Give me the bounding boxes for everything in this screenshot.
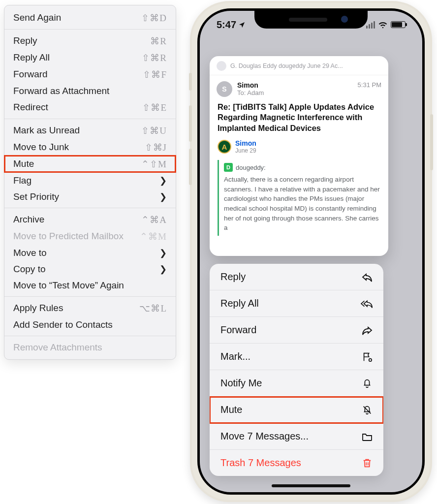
forward-icon bbox=[361, 325, 374, 335]
menu-label: Move to Junk bbox=[13, 142, 69, 153]
author-badge-icon: A bbox=[218, 140, 231, 154]
menu-item-reply[interactable]: Reply ⌘R bbox=[4, 32, 176, 49]
sender-name: Simon bbox=[237, 81, 353, 89]
sheet-item-notify[interactable]: Notify Me bbox=[210, 370, 383, 397]
menu-label: Copy to bbox=[13, 264, 45, 275]
sheet-item-move[interactable]: Move 7 Messages... bbox=[210, 423, 383, 450]
quote-avatar: D bbox=[224, 163, 233, 172]
bell-icon bbox=[361, 378, 374, 389]
iphone-device: 5:47 G. Douglas Eddy dougeddy June 29 Ac… bbox=[190, 1, 432, 502]
menu-item-redirect[interactable]: Redirect ⇧⌘E bbox=[4, 99, 176, 116]
menu-shortcut: ⌘R bbox=[150, 35, 167, 47]
status-time: 5:47 bbox=[217, 19, 236, 31]
menu-item-archive[interactable]: Archive ⌃⌘A bbox=[4, 211, 176, 228]
menu-separator bbox=[4, 296, 176, 297]
menu-item-mute[interactable]: Mute ⌃⇧M bbox=[4, 156, 176, 172]
menu-item-move-to[interactable]: Move to ❯ bbox=[4, 245, 176, 261]
reply-icon bbox=[361, 272, 374, 282]
preview-thread-header: G. Douglas Eddy dougeddy June 29 Ac... bbox=[210, 56, 388, 75]
menu-item-mark-unread[interactable]: Mark as Unread ⇧⌘U bbox=[4, 122, 176, 139]
sheet-label: Trash 7 Messages bbox=[220, 457, 301, 469]
menu-label: Send Again bbox=[13, 12, 61, 23]
menu-label: Apply Rules bbox=[13, 303, 63, 314]
sheet-item-reply-all[interactable]: Reply All bbox=[210, 290, 383, 317]
flag-icon bbox=[361, 351, 374, 362]
sheet-item-mute[interactable]: Mute bbox=[210, 397, 383, 423]
menu-label: Add Sender to Contacts bbox=[13, 319, 113, 330]
to-name: Adam bbox=[247, 89, 264, 96]
menu-shortcut: ⇧⌘U bbox=[141, 125, 167, 136]
menu-label: Flag bbox=[13, 175, 31, 186]
menu-separator bbox=[4, 208, 176, 208]
menu-item-add-contacts[interactable]: Add Sender to Contacts bbox=[4, 316, 176, 333]
menu-shortcut: ⌥⌘L bbox=[139, 303, 167, 314]
menu-shortcut: ⌃⇧M bbox=[141, 158, 167, 170]
sheet-label: Reply bbox=[220, 271, 246, 283]
folder-icon bbox=[361, 432, 374, 441]
reply-all-icon bbox=[361, 299, 374, 309]
sheet-label: Move 7 Messages... bbox=[220, 431, 309, 442]
menu-shortcut: ⌃⌘A bbox=[141, 214, 167, 225]
chevron-right-icon: ❯ bbox=[159, 175, 167, 186]
sheet-item-mark[interactable]: Mark... bbox=[210, 344, 383, 370]
volume-down-button bbox=[189, 149, 192, 185]
home-indicator[interactable] bbox=[272, 484, 350, 487]
sheet-label: Mark... bbox=[220, 351, 250, 362]
menu-label: Reply All bbox=[13, 52, 50, 63]
svg-point-0 bbox=[369, 358, 372, 361]
message-subject: Re: [TidBITS Talk] Apple Updates Advice … bbox=[210, 101, 388, 139]
menu-item-move-predicted: Move to Predicted Mailbox ⌃⌘M bbox=[4, 228, 176, 245]
cellular-signal-icon bbox=[366, 21, 375, 29]
menu-label: Move to Predicted Mailbox bbox=[13, 231, 124, 242]
menu-shortcut: ⇧⌘R bbox=[142, 52, 167, 63]
menu-label: Set Priority bbox=[13, 191, 59, 202]
sheet-item-forward[interactable]: Forward bbox=[210, 317, 383, 344]
menu-shortcut: ⌃⌘M bbox=[140, 231, 167, 242]
menu-item-copy-to[interactable]: Copy to ❯ bbox=[4, 261, 176, 277]
menu-item-move-junk[interactable]: Move to Junk ⇧⌘J bbox=[4, 139, 176, 156]
status-bar: 5:47 bbox=[200, 15, 422, 34]
bezel: 5:47 G. Douglas Eddy dougeddy June 29 Ac… bbox=[197, 8, 425, 495]
menu-item-forward-attachment[interactable]: Forward as Attachment bbox=[4, 83, 176, 99]
menu-item-forward[interactable]: Forward ⇧⌘F bbox=[4, 66, 176, 83]
chevron-right-icon: ❯ bbox=[159, 191, 167, 202]
power-button bbox=[430, 114, 433, 170]
battery-icon bbox=[391, 21, 406, 28]
location-arrow-icon bbox=[238, 21, 246, 29]
inline-author: A Simon June 29 bbox=[210, 139, 388, 154]
chevron-right-icon: ❯ bbox=[159, 248, 167, 258]
message-preview[interactable]: G. Douglas Eddy dougeddy June 29 Ac... S… bbox=[210, 56, 388, 256]
menu-item-reply-all[interactable]: Reply All ⇧⌘R bbox=[4, 49, 176, 66]
menu-shortcut: ⇧⌘D bbox=[141, 12, 167, 24]
menu-label: Remove Attachments bbox=[13, 342, 102, 353]
menu-shortcut: ⇧⌘J bbox=[145, 142, 167, 153]
sheet-item-trash[interactable]: Trash 7 Messages bbox=[210, 450, 383, 476]
sheet-item-reply[interactable]: Reply bbox=[210, 264, 383, 290]
quote-block: D dougeddy: Actually, there is a concern… bbox=[218, 160, 380, 235]
menu-item-apply-rules[interactable]: Apply Rules ⌥⌘L bbox=[4, 300, 176, 316]
menu-shortcut: ⇧⌘F bbox=[143, 69, 167, 80]
sheet-label: Notify Me bbox=[220, 378, 262, 389]
menu-separator bbox=[4, 119, 176, 119]
menu-label: Forward as Attachment bbox=[13, 86, 109, 96]
menu-item-set-priority[interactable]: Set Priority ❯ bbox=[4, 189, 176, 205]
quote-author: dougeddy: bbox=[236, 164, 266, 171]
inline-author-date: June 29 bbox=[235, 147, 256, 154]
sheet-label: Reply All bbox=[220, 298, 259, 309]
volume-up-button bbox=[189, 105, 192, 142]
menu-label: Forward bbox=[13, 69, 48, 80]
menu-separator bbox=[4, 336, 176, 336]
sheet-label: Mute bbox=[220, 404, 242, 415]
menu-label: Move to bbox=[13, 248, 47, 258]
chevron-right-icon: ❯ bbox=[159, 264, 167, 275]
menu-item-move-again[interactable]: Move to “Test Move” Again bbox=[4, 277, 176, 293]
menu-shortcut: ⇧⌘E bbox=[142, 102, 167, 113]
menu-item-flag[interactable]: Flag ❯ bbox=[4, 172, 176, 189]
trash-icon bbox=[361, 458, 374, 469]
menu-item-send-again[interactable]: Send Again ⇧⌘D bbox=[4, 9, 176, 26]
menu-item-remove-attachments: Remove Attachments bbox=[4, 339, 176, 355]
to-label: To: bbox=[237, 89, 246, 96]
silent-switch bbox=[189, 73, 192, 91]
context-action-sheet: Reply Reply All Forward bbox=[210, 264, 383, 476]
menu-separator bbox=[4, 29, 176, 30]
